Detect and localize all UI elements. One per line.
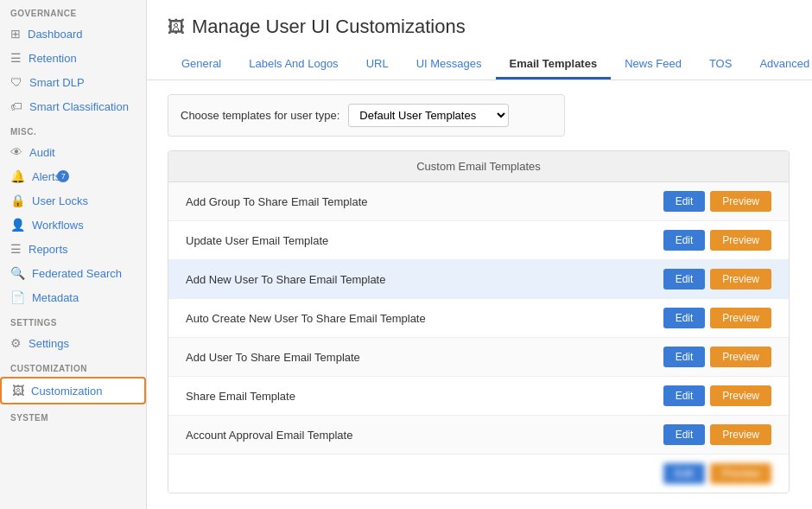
sidebar-label-settings: Settings bbox=[29, 337, 69, 350]
sidebar: GOVERNANCE⊞Dashboard☰Retention🛡Smart DLP… bbox=[0, 0, 147, 509]
retention-icon: ☰ bbox=[10, 51, 22, 65]
row-label-add-group-share: Add Group To Share Email Template bbox=[186, 195, 368, 208]
table-header: Custom Email Templates bbox=[168, 151, 789, 182]
sidebar-item-user-locks[interactable]: 🔒User Locks bbox=[0, 188, 146, 213]
sidebar-label-audit: Audit bbox=[29, 146, 55, 159]
edit-button-add-new-user-share[interactable]: Edit bbox=[663, 269, 706, 289]
edit-button-account-approval[interactable]: Edit bbox=[663, 424, 706, 445]
sidebar-item-settings[interactable]: ⚙Settings bbox=[0, 331, 146, 355]
sidebar-label-alerts: Alerts7 bbox=[32, 170, 69, 183]
content-area: Choose templates for user type: Default … bbox=[147, 80, 812, 509]
row-actions-account-approval: EditPreview bbox=[663, 424, 771, 445]
preview-button-add-group-share[interactable]: Preview bbox=[710, 191, 771, 212]
row-label-update-user: Update User Email Template bbox=[186, 234, 328, 247]
tab-labels-logos[interactable]: Labels And Logos bbox=[235, 50, 352, 80]
sidebar-section-system: SYSTEM bbox=[0, 404, 146, 426]
tab-tos[interactable]: TOS bbox=[695, 50, 746, 80]
table-row-last-row: EditPreview bbox=[168, 455, 789, 493]
edit-button-add-group-share[interactable]: Edit bbox=[663, 191, 706, 212]
preview-button-auto-create-new-user[interactable]: Preview bbox=[710, 308, 771, 328]
sidebar-item-dashboard[interactable]: ⊞Dashboard bbox=[0, 22, 146, 46]
sidebar-item-workflows[interactable]: 👤Workflows bbox=[0, 213, 146, 237]
sidebar-label-metadata: Metadata bbox=[32, 291, 79, 304]
sidebar-item-federated-search[interactable]: 🔍Federated Search bbox=[0, 261, 146, 285]
smart-classification-icon: 🏷 bbox=[10, 99, 22, 113]
edit-button-update-user[interactable]: Edit bbox=[663, 230, 706, 251]
table-row-add-new-user-share: Add New User To Share Email TemplateEdit… bbox=[168, 260, 789, 299]
edit-button-last-row[interactable]: Edit bbox=[663, 463, 706, 484]
template-selector: Choose templates for user type: Default … bbox=[168, 94, 565, 137]
tab-news-feed[interactable]: News Feed bbox=[611, 50, 695, 80]
reports-icon: ☰ bbox=[10, 242, 22, 256]
sidebar-section-customization: CUSTOMIZATION bbox=[0, 355, 146, 377]
edit-button-auto-create-new-user[interactable]: Edit bbox=[663, 308, 706, 328]
page-header: 🖼 Manage User UI Customizations GeneralL… bbox=[147, 0, 812, 80]
dashboard-icon: ⊞ bbox=[10, 27, 21, 41]
workflows-icon: 👤 bbox=[10, 218, 25, 232]
preview-button-add-user-share[interactable]: Preview bbox=[710, 347, 771, 367]
sidebar-item-retention[interactable]: ☰Retention bbox=[0, 46, 146, 70]
row-label-add-user-share: Add User To Share Email Template bbox=[186, 351, 360, 364]
tab-general[interactable]: General bbox=[168, 50, 235, 80]
row-actions-add-new-user-share: EditPreview bbox=[663, 269, 771, 289]
preview-button-share-email[interactable]: Preview bbox=[710, 385, 771, 406]
preview-button-update-user[interactable]: Preview bbox=[710, 230, 771, 251]
alerts-icon: 🔔 bbox=[10, 169, 25, 183]
row-actions-update-user: EditPreview bbox=[663, 230, 771, 251]
user-locks-icon: 🔒 bbox=[10, 194, 25, 207]
customization-icon: 🖼 bbox=[12, 384, 24, 398]
row-actions-add-user-share: EditPreview bbox=[663, 347, 771, 367]
sidebar-item-customization[interactable]: 🖼Customization bbox=[0, 377, 146, 404]
page-title-text: Manage User UI Customizations bbox=[192, 16, 466, 38]
sidebar-section-settings: SETTINGS bbox=[0, 309, 146, 331]
table-row-account-approval: Account Approval Email TemplateEditPrevi… bbox=[168, 416, 789, 455]
sidebar-item-smart-dlp[interactable]: 🛡Smart DLP bbox=[0, 70, 146, 94]
tab-bar: GeneralLabels And LogosURLUI MessagesEma… bbox=[168, 50, 791, 80]
table-row-add-user-share: Add User To Share Email TemplateEditPrev… bbox=[168, 338, 789, 377]
table-body: Add Group To Share Email TemplateEditPre… bbox=[168, 182, 789, 493]
sidebar-label-user-locks: User Locks bbox=[32, 194, 88, 207]
sidebar-section-misc-: MISC. bbox=[0, 118, 146, 140]
sidebar-item-alerts[interactable]: 🔔Alerts7 bbox=[0, 164, 146, 188]
row-label-add-new-user-share: Add New User To Share Email Template bbox=[186, 273, 385, 286]
sidebar-label-reports: Reports bbox=[29, 243, 68, 256]
row-actions-add-group-share: EditPreview bbox=[663, 191, 771, 212]
sidebar-label-retention: Retention bbox=[29, 52, 77, 65]
page-title: 🖼 Manage User UI Customizations bbox=[168, 16, 791, 38]
main-content: 🖼 Manage User UI Customizations GeneralL… bbox=[147, 0, 812, 509]
sidebar-item-audit[interactable]: 👁Audit bbox=[0, 140, 146, 164]
row-actions-auto-create-new-user: EditPreview bbox=[663, 308, 771, 328]
sidebar-label-workflows: Workflows bbox=[32, 219, 84, 232]
preview-button-last-row[interactable]: Preview bbox=[710, 463, 771, 484]
audit-icon: 👁 bbox=[10, 145, 22, 159]
tab-url[interactable]: URL bbox=[352, 50, 403, 80]
edit-button-add-user-share[interactable]: Edit bbox=[663, 347, 706, 367]
template-selector-label: Choose templates for user type: bbox=[181, 109, 339, 122]
sidebar-section-governance: GOVERNANCE bbox=[0, 0, 146, 22]
preview-button-add-new-user-share[interactable]: Preview bbox=[710, 269, 771, 289]
table-row-update-user: Update User Email TemplateEditPreview bbox=[168, 221, 789, 260]
alerts-badge: 7 bbox=[57, 170, 69, 182]
sidebar-item-reports[interactable]: ☰Reports bbox=[0, 237, 146, 261]
table-row-share-email: Share Email TemplateEditPreview bbox=[168, 377, 789, 416]
row-label-share-email: Share Email Template bbox=[186, 390, 295, 403]
page-title-icon: 🖼 bbox=[168, 17, 185, 37]
edit-button-share-email[interactable]: Edit bbox=[663, 385, 706, 406]
preview-button-account-approval[interactable]: Preview bbox=[710, 424, 771, 445]
tab-email-templates[interactable]: Email Templates bbox=[496, 50, 612, 80]
table-row-add-group-share: Add Group To Share Email TemplateEditPre… bbox=[168, 182, 789, 221]
tab-advanced[interactable]: Advanced bbox=[745, 50, 812, 80]
table-row-auto-create-new-user: Auto Create New User To Share Email Temp… bbox=[168, 299, 789, 338]
sidebar-label-smart-dlp: Smart DLP bbox=[29, 76, 85, 89]
sidebar-label-dashboard: Dashboard bbox=[28, 28, 83, 41]
sidebar-label-federated-search: Federated Search bbox=[32, 267, 122, 280]
sidebar-item-metadata[interactable]: 📄Metadata bbox=[0, 285, 146, 309]
template-selector-dropdown[interactable]: Default User TemplatesAdmin TemplatesGue… bbox=[348, 104, 509, 127]
smart-dlp-icon: 🛡 bbox=[10, 75, 22, 89]
sidebar-label-customization: Customization bbox=[31, 385, 102, 398]
sidebar-item-smart-classification[interactable]: 🏷Smart Classification bbox=[0, 94, 146, 118]
row-label-auto-create-new-user: Auto Create New User To Share Email Temp… bbox=[186, 312, 426, 325]
tab-ui-messages[interactable]: UI Messages bbox=[403, 50, 496, 80]
settings-icon: ⚙ bbox=[10, 336, 22, 350]
federated-search-icon: 🔍 bbox=[10, 266, 25, 280]
